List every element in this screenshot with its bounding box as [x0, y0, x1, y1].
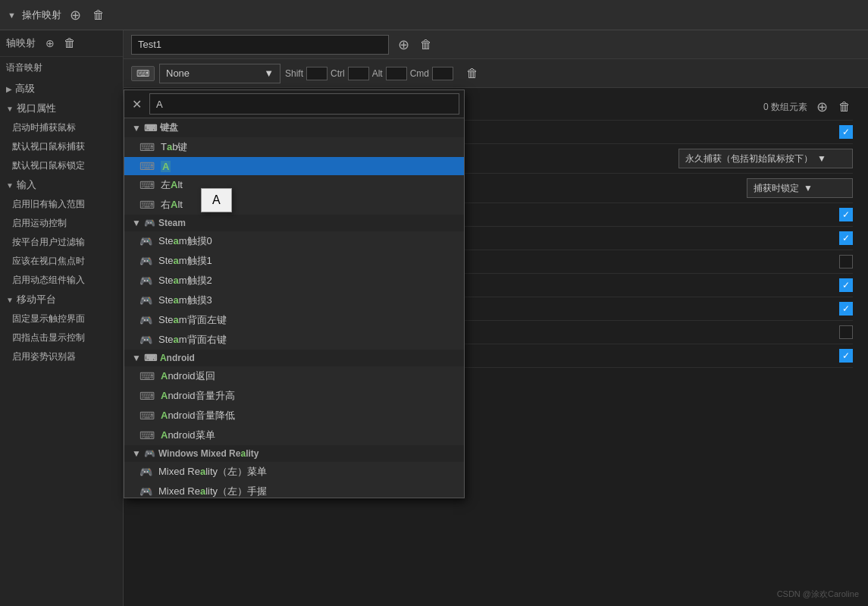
count-add-button[interactable]: ⊕ — [813, 99, 830, 115]
test1-add-button[interactable]: ⊕ — [395, 36, 412, 53]
steam-back-left-icon: 🎮 — [139, 314, 152, 326]
wmr-left-menu-icon: 🎮 — [139, 466, 152, 478]
lock-dropdown[interactable]: 捕获时锁定 ▼ — [747, 178, 853, 198]
wmr-left-grip-label: Mixed Reality（左）手握 — [158, 485, 267, 498]
axis-add-button[interactable]: ⊕ — [42, 35, 58, 52]
item-wmr-left-grip[interactable]: 🎮 Mixed Reality（左）手握 — [124, 482, 464, 498]
tab-icon: ⌨ — [139, 141, 155, 153]
steam-touch3-icon: 🎮 — [139, 294, 152, 306]
topbar-delete-button[interactable]: 🗑 — [90, 7, 107, 24]
sidebar-item-four-finger[interactable]: 四指点击显示控制 — [0, 328, 123, 347]
shift-checkbox[interactable] — [306, 67, 327, 80]
show-touch-checkbox[interactable] — [839, 325, 853, 339]
count-delete-button[interactable]: 🗑 — [836, 99, 853, 115]
right-alt-icon: ⌨ — [139, 199, 155, 211]
category-steam: ▼ 🎮 Steam — [124, 215, 464, 231]
sidebar-item-show-touch[interactable]: 固定显示触控界面 — [0, 309, 123, 328]
item-android-menu[interactable]: ⌨ Android菜单 — [124, 425, 464, 445]
four-finger-checkbox[interactable]: ✓ — [839, 349, 853, 363]
steam-touch3-label: Steam触摸3 — [158, 294, 212, 307]
cmd-label: Cmd — [410, 68, 429, 79]
item-steam-touch0[interactable]: 🎮 Steam触摸0 — [124, 231, 464, 251]
steam-category-arrow: ▼ — [132, 218, 141, 228]
sidebar-item-motion-control[interactable]: 启用运动控制 — [0, 214, 123, 233]
android-volume-down-label: Android音量降低 — [161, 409, 235, 422]
sidebar-section-mobile: ▼ 移动平台 — [0, 290, 123, 309]
axis-delete-button[interactable]: 🗑 — [61, 35, 78, 52]
sidebar-item-default-mouse-capture[interactable]: 默认视口鼠标捕获 — [0, 137, 123, 156]
sidebar-item-platform-filter[interactable]: 按平台用户过滤输 — [0, 233, 123, 252]
item-steam-touch3[interactable]: 🎮 Steam触摸3 — [124, 290, 464, 310]
ctrl-checkbox[interactable] — [348, 67, 369, 80]
tooltip-letter: A — [212, 193, 221, 206]
item-a[interactable]: ⌨ A — [124, 157, 464, 175]
android-category-arrow: ▼ — [132, 353, 141, 363]
dropdown-list: ▼ ⌨ 键盘 ⌨ Tab键 ⌨ A ⌨ 左Alt ⌨ 右Alt ▼ 🎮 Stea… — [124, 118, 464, 498]
tab-label: Tab键 — [161, 140, 187, 154]
sidebar-item-capture-mouse[interactable]: 启动时捕获鼠标 — [0, 118, 123, 137]
keyboard-delete-button[interactable]: 🗑 — [464, 65, 481, 82]
close-search-button[interactable]: ✕ — [129, 96, 145, 113]
topbar-add-button[interactable]: ⊕ — [67, 7, 84, 24]
sidebar-item-gesture[interactable]: 启用姿势识别器 — [0, 347, 123, 366]
item-wmr-left-menu[interactable]: 🎮 Mixed Reality（左）菜单 — [124, 462, 464, 482]
android-back-label: Android返回 — [161, 369, 215, 383]
lock-value: 捕获时锁定 — [754, 182, 799, 195]
lock-arrow: ▼ — [804, 183, 813, 193]
steam-touch0-icon: 🎮 — [139, 235, 152, 247]
left-alt-icon: ⌨ — [139, 179, 155, 191]
search-input[interactable] — [149, 93, 459, 115]
sidebar-item-default-mouse-lock[interactable]: 默认视口鼠标锁定 — [0, 156, 123, 175]
left-alt-label: 左Alt — [161, 178, 183, 192]
advanced-arrow: ▶ — [6, 85, 12, 93]
none-dropdown[interactable]: None ▼ — [159, 64, 280, 83]
dynamic-input-checkbox[interactable]: ✓ — [839, 302, 853, 316]
sidebar-item-dynamic-input[interactable]: 启用动态组件输入 — [0, 271, 123, 290]
steam-touch2-label: Steam触摸2 — [158, 274, 212, 287]
a-icon: ⌨ — [139, 160, 155, 172]
top-bar: ▼ 操作映射 ⊕ 🗑 — [0, 0, 868, 30]
item-steam-touch1[interactable]: 🎮 Steam触摸1 — [124, 251, 464, 271]
alt-label: Alt — [372, 68, 383, 79]
sidebar-item-advanced[interactable]: ▶ 高级 — [0, 79, 123, 99]
platform-filter-checkbox[interactable] — [839, 255, 853, 268]
motion-control-checkbox[interactable]: ✓ — [839, 231, 853, 245]
alt-checkbox[interactable] — [386, 67, 407, 80]
steam-touch0-label: Steam触摸0 — [158, 234, 212, 248]
watermark: CSDN @涂欢Caroline — [777, 589, 859, 600]
item-left-alt[interactable]: ⌨ 左Alt — [124, 175, 464, 195]
test1-name-input[interactable]: Test1 — [131, 35, 389, 55]
item-android-volume-up[interactable]: ⌨ Android音量升高 — [124, 386, 464, 406]
topbar-title: 操作映射 — [22, 8, 61, 22]
wmr-left-grip-icon: 🎮 — [139, 485, 152, 498]
item-tab[interactable]: ⌨ Tab键 — [124, 137, 464, 157]
item-android-back[interactable]: ⌨ Android返回 — [124, 366, 464, 386]
item-android-volume-down[interactable]: ⌨ Android音量降低 — [124, 406, 464, 425]
sidebar-item-legacy-input[interactable]: 启用旧有输入范围 — [0, 195, 123, 214]
search-row: ✕ — [124, 90, 464, 118]
wmr-category-arrow: ▼ — [132, 448, 141, 459]
default-capture-dropdown[interactable]: 永久捕获（包括初始鼠标按下） ▼ — [678, 149, 853, 168]
item-right-alt[interactable]: ⌨ 右Alt — [124, 195, 464, 215]
test1-delete-button[interactable]: 🗑 — [418, 36, 434, 53]
sidebar-item-voice-mapping[interactable]: 语音映射 — [0, 57, 123, 79]
capture-mouse-checkbox[interactable]: ✓ — [839, 125, 853, 139]
steam-back-right-icon: 🎮 — [139, 334, 152, 346]
topbar-arrow: ▼ — [8, 11, 16, 20]
keyboard-category-arrow: ▼ — [132, 123, 141, 133]
count-badge: 0 数组元素 — [763, 101, 807, 114]
sidebar-item-viewport-focus[interactable]: 应该在视口焦点时 — [0, 252, 123, 271]
none-value: None — [166, 68, 190, 79]
test1-row: Test1 ⊕ 🗑 — [124, 30, 868, 59]
item-steam-touch2[interactable]: 🎮 Steam触摸2 — [124, 271, 464, 290]
viewport-focus-checkbox[interactable]: ✓ — [839, 278, 853, 292]
android-vol-up-icon: ⌨ — [139, 390, 155, 402]
item-steam-back-right[interactable]: 🎮 Steam背面右键 — [124, 330, 464, 350]
item-steam-back-left[interactable]: 🎮 Steam背面左键 — [124, 310, 464, 330]
cmd-checkbox[interactable] — [432, 67, 453, 80]
steam-category-icon: 🎮 — [144, 218, 155, 228]
viewport-arrow: ▼ — [6, 105, 14, 113]
default-capture-value: 永久捕获（包括初始鼠标按下） — [685, 152, 813, 165]
mobile-arrow: ▼ — [6, 296, 14, 304]
legacy-input-checkbox[interactable]: ✓ — [839, 208, 853, 221]
